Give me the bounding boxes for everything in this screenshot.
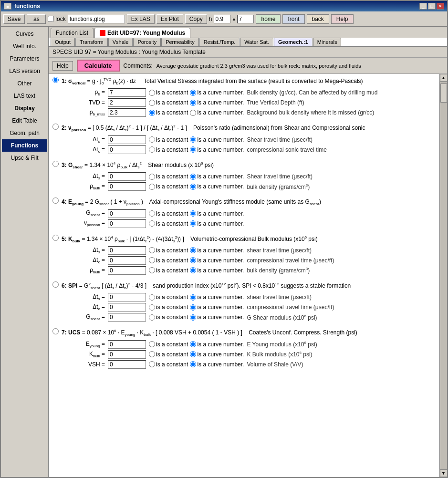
save-button[interactable]: Save [3, 14, 25, 24]
front-button[interactable]: front [282, 14, 304, 24]
param-input-3-1[interactable] [108, 172, 146, 181]
h-value-input[interactable] [214, 15, 230, 23]
radio-constant-4-1[interactable]: is a constant [149, 210, 188, 217]
formula-7-radio[interactable] [52, 328, 59, 334]
formula-4-radio[interactable] [52, 197, 59, 204]
radio-curve-2-2[interactable]: is a curve number. [190, 146, 244, 153]
radio-curve-5-1[interactable]: is a curve number. [190, 247, 244, 254]
calculate-button[interactable]: Calculate [77, 60, 120, 72]
sidebar-item-lastext[interactable]: LAS text [2, 90, 47, 102]
subtab-porosity[interactable]: Porosity [133, 38, 161, 46]
help-button[interactable]: Help [331, 14, 354, 24]
param-input-3-2[interactable] [108, 182, 146, 191]
sidebar-item-geompath[interactable]: Geom. path [2, 127, 47, 139]
sidebar-item-other[interactable]: Other [2, 77, 47, 90]
radio-constant-5-2[interactable]: is a constant [149, 257, 188, 264]
sidebar-item-upscfilt[interactable]: Upsc & Filt [2, 152, 47, 164]
subtab-minerals[interactable]: Minerals [313, 38, 342, 46]
radio-curve-7-1[interactable]: is a curve number. [190, 341, 244, 348]
radio-curve-5-3[interactable]: is a curve number. [190, 267, 244, 274]
sidebar-item-edittable[interactable]: Edit Table [2, 114, 47, 127]
param-input-1-2[interactable] [108, 98, 146, 107]
param-input-5-3[interactable] [108, 266, 146, 275]
scroll-down-button[interactable]: ▼ [440, 469, 448, 477]
formula-1-radio[interactable] [52, 77, 59, 83]
radio-curve-1-2[interactable]: is a curve number. [190, 99, 244, 106]
param-input-4-2[interactable] [108, 219, 146, 228]
sidebar-item-parameters[interactable]: Parameters [2, 52, 47, 65]
radio-constant-3-1[interactable]: is a constant [149, 173, 188, 180]
radio-curve-6-1[interactable]: is a curve number. [190, 294, 244, 301]
radio-curve-4-1[interactable]: is a curve number. [190, 210, 244, 217]
radio-constant-7-2[interactable]: is a constant [149, 351, 188, 358]
copy-button[interactable]: Copy [185, 14, 207, 24]
radio-curve-1-3[interactable]: is a curve number. [190, 109, 244, 116]
sidebar-item-lasversion[interactable]: LAS version [2, 65, 47, 77]
param-input-7-3[interactable] [108, 360, 146, 369]
subtab-watersat[interactable]: Water Sat. [240, 38, 273, 46]
radio-constant-5-1[interactable]: is a constant [149, 247, 188, 254]
subtab-vshale[interactable]: Vshale [108, 38, 133, 46]
radio-constant-1-3[interactable]: is a constant [149, 109, 188, 116]
radio-constant-6-3[interactable]: is a constant [149, 314, 188, 321]
sidebar-item-wellinfo[interactable]: Well info. [2, 40, 47, 52]
maximize-button[interactable]: □ [428, 3, 436, 10]
minimize-button[interactable]: _ [419, 3, 427, 10]
radio-constant-5-3[interactable]: is a constant [149, 267, 188, 274]
param-input-6-1[interactable] [108, 293, 146, 301]
formula-5-radio[interactable] [52, 235, 59, 241]
param-input-2-2[interactable] [108, 145, 146, 154]
back-button[interactable]: back [307, 14, 329, 24]
param-input-6-2[interactable] [108, 303, 146, 312]
radio-curve-7-2[interactable]: is a curve number. [190, 351, 244, 358]
subtab-output[interactable]: Output [51, 38, 75, 46]
radio-constant-1-2[interactable]: is a constant [149, 99, 188, 106]
radio-constant-7-1[interactable]: is a constant [149, 341, 188, 348]
vertical-scrollbar[interactable]: ▲ ▼ [439, 74, 447, 477]
subtab-geomech1[interactable]: Geomech.:1 [274, 38, 313, 46]
radio-constant-1-1[interactable]: is a constant [149, 89, 188, 96]
ex-las-button[interactable]: Ex LAS [127, 14, 155, 24]
param-input-1-3[interactable] [108, 108, 146, 117]
radio-constant-4-2[interactable]: is a constant [149, 220, 188, 227]
radio-constant-6-2[interactable]: is a constant [149, 304, 188, 311]
filename-input[interactable] [68, 15, 125, 23]
sidebar-item-display[interactable]: Display [2, 102, 47, 114]
radio-curve-2-1[interactable]: is a curve number. [190, 136, 244, 143]
lock-checkbox[interactable] [48, 16, 54, 22]
radio-constant-7-3[interactable]: is a constant [149, 361, 188, 368]
radio-curve-1-1[interactable]: is a curve number. [190, 89, 244, 96]
param-input-5-2[interactable] [108, 256, 146, 265]
radio-curve-6-2[interactable]: is a curve number. [190, 304, 244, 311]
ex-plot-button[interactable]: Ex Plot [156, 14, 183, 24]
radio-constant-2-1[interactable]: is a constant [149, 136, 188, 143]
close-button[interactable]: ✕ [437, 3, 444, 10]
param-input-2-1[interactable] [108, 135, 146, 144]
radio-curve-7-3[interactable]: is a curve number. [190, 361, 244, 368]
action-help-button[interactable]: Help [52, 61, 73, 71]
tab-function-list[interactable]: Function List [51, 28, 94, 38]
sidebar-item-functions[interactable]: Functions [2, 139, 47, 152]
subtab-transform[interactable]: Transform [75, 38, 108, 46]
radio-curve-3-1[interactable]: is a curve number. [190, 173, 244, 180]
radio-curve-6-3[interactable]: is a curve number. [190, 314, 244, 321]
param-input-7-1[interactable] [108, 340, 146, 349]
sidebar-item-curves[interactable]: Curves [2, 28, 47, 40]
radio-constant-3-2[interactable]: is a constant [149, 183, 188, 190]
as-button[interactable]: as [27, 14, 46, 24]
radio-curve-5-2[interactable]: is a curve number. [190, 257, 244, 264]
formula-2-radio[interactable] [52, 124, 59, 130]
radio-curve-4-2[interactable]: is a curve number. [190, 220, 244, 227]
radio-constant-6-1[interactable]: is a constant [149, 294, 188, 301]
formula-3-radio[interactable] [52, 161, 59, 167]
param-input-6-3[interactable] [108, 313, 146, 322]
param-input-4-1[interactable] [108, 209, 146, 218]
v-value-input[interactable] [237, 15, 254, 23]
scroll-thumb[interactable] [440, 83, 447, 103]
param-input-5-1[interactable] [108, 246, 146, 255]
scroll-track[interactable] [440, 82, 447, 469]
formula-6-radio[interactable] [52, 281, 59, 288]
tab-edit-uid[interactable]: Edit UID=97: Young Modulus [94, 28, 190, 38]
param-input-1-1[interactable] [108, 88, 146, 97]
home-button[interactable]: home [256, 14, 281, 24]
